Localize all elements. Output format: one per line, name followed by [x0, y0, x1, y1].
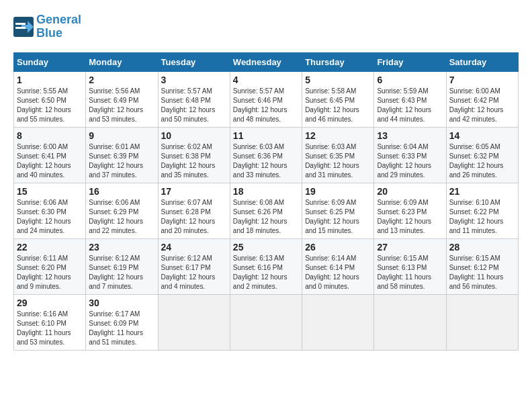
calendar-cell: 19Sunrise: 6:09 AM Sunset: 6:25 PM Dayli…	[302, 183, 374, 238]
day-number: 11	[233, 130, 299, 141]
weekday-header-monday: Monday	[86, 52, 158, 71]
day-info: Sunrise: 6:07 AM Sunset: 6:28 PM Dayligh…	[161, 198, 227, 236]
day-info: Sunrise: 6:06 AM Sunset: 6:29 PM Dayligh…	[89, 198, 154, 236]
weekday-header-friday: Friday	[374, 52, 446, 71]
svg-rect-3	[15, 27, 26, 29]
day-info: Sunrise: 5:57 AM Sunset: 6:48 PM Dayligh…	[161, 87, 227, 124]
weekday-header-wednesday: Wednesday	[230, 52, 302, 71]
day-number: 30	[89, 298, 154, 308]
day-number: 26	[305, 242, 371, 253]
day-info: Sunrise: 6:14 AM Sunset: 6:14 PM Dayligh…	[305, 254, 371, 291]
day-number: 20	[377, 186, 443, 197]
day-info: Sunrise: 6:10 AM Sunset: 6:22 PM Dayligh…	[449, 198, 515, 236]
day-info: Sunrise: 5:57 AM Sunset: 6:46 PM Dayligh…	[233, 87, 299, 124]
calendar-cell: 15Sunrise: 6:06 AM Sunset: 6:30 PM Dayli…	[14, 183, 86, 238]
day-info: Sunrise: 5:59 AM Sunset: 6:43 PM Dayligh…	[377, 87, 443, 124]
calendar-cell: 7Sunrise: 6:00 AM Sunset: 6:42 PM Daylig…	[446, 71, 518, 127]
day-info: Sunrise: 6:12 AM Sunset: 6:17 PM Dayligh…	[161, 254, 227, 291]
day-info: Sunrise: 6:03 AM Sunset: 6:36 PM Dayligh…	[233, 142, 299, 180]
calendar-cell: 16Sunrise: 6:06 AM Sunset: 6:29 PM Dayli…	[86, 183, 158, 238]
calendar-week-row-1: 1Sunrise: 5:55 AM Sunset: 6:50 PM Daylig…	[14, 71, 519, 127]
calendar-cell: 27Sunrise: 6:15 AM Sunset: 6:13 PM Dayli…	[374, 238, 446, 294]
calendar-week-row-3: 15Sunrise: 6:06 AM Sunset: 6:30 PM Dayli…	[14, 183, 519, 238]
calendar-cell: 17Sunrise: 6:07 AM Sunset: 6:28 PM Dayli…	[158, 183, 230, 238]
day-number: 27	[377, 242, 443, 253]
weekday-header-row: SundayMondayTuesdayWednesdayThursdayFrid…	[14, 52, 519, 71]
calendar-week-row-4: 22Sunrise: 6:11 AM Sunset: 6:20 PM Dayli…	[14, 238, 519, 294]
day-number: 6	[377, 75, 443, 85]
day-number: 4	[233, 75, 299, 85]
calendar-cell: 22Sunrise: 6:11 AM Sunset: 6:20 PM Dayli…	[14, 238, 86, 294]
day-info: Sunrise: 6:08 AM Sunset: 6:26 PM Dayligh…	[233, 198, 299, 236]
logo-text: General Blue	[36, 13, 81, 40]
calendar-cell: 18Sunrise: 6:08 AM Sunset: 6:26 PM Dayli…	[230, 183, 302, 238]
weekday-header-saturday: Saturday	[446, 52, 518, 71]
day-number: 13	[377, 130, 443, 141]
day-info: Sunrise: 6:12 AM Sunset: 6:19 PM Dayligh…	[89, 254, 154, 291]
day-number: 7	[449, 75, 515, 85]
calendar-cell: 14Sunrise: 6:05 AM Sunset: 6:32 PM Dayli…	[446, 127, 518, 183]
day-number: 21	[449, 186, 515, 197]
day-info: Sunrise: 6:15 AM Sunset: 6:13 PM Dayligh…	[377, 254, 443, 291]
day-info: Sunrise: 6:05 AM Sunset: 6:32 PM Dayligh…	[449, 142, 515, 180]
day-info: Sunrise: 6:16 AM Sunset: 6:10 PM Dayligh…	[17, 310, 83, 347]
calendar-cell	[302, 294, 374, 350]
day-number: 23	[89, 242, 154, 253]
day-number: 10	[161, 130, 227, 141]
day-info: Sunrise: 5:58 AM Sunset: 6:45 PM Dayligh…	[305, 87, 371, 124]
day-info: Sunrise: 6:15 AM Sunset: 6:12 PM Dayligh…	[449, 254, 515, 291]
weekday-header-tuesday: Tuesday	[158, 52, 230, 71]
day-number: 22	[17, 242, 83, 253]
calendar-cell: 25Sunrise: 6:13 AM Sunset: 6:16 PM Dayli…	[230, 238, 302, 294]
weekday-header-thursday: Thursday	[302, 52, 374, 71]
day-number: 9	[89, 130, 154, 141]
page-container: General Blue SundayMondayTuesdayWednesda…	[13, 13, 519, 351]
day-number: 18	[233, 186, 299, 197]
day-number: 15	[17, 186, 83, 197]
logo: General Blue	[13, 13, 81, 40]
day-number: 12	[305, 130, 371, 141]
day-info: Sunrise: 6:11 AM Sunset: 6:20 PM Dayligh…	[17, 254, 83, 291]
calendar-cell: 4Sunrise: 5:57 AM Sunset: 6:46 PM Daylig…	[230, 71, 302, 127]
calendar-cell: 23Sunrise: 6:12 AM Sunset: 6:19 PM Dayli…	[86, 238, 158, 294]
day-info: Sunrise: 6:06 AM Sunset: 6:30 PM Dayligh…	[17, 198, 83, 236]
day-info: Sunrise: 6:00 AM Sunset: 6:42 PM Dayligh…	[449, 87, 515, 124]
calendar-cell	[374, 294, 446, 350]
day-number: 29	[17, 298, 83, 308]
calendar-table: SundayMondayTuesdayWednesdayThursdayFrid…	[13, 52, 519, 351]
calendar-cell: 1Sunrise: 5:55 AM Sunset: 6:50 PM Daylig…	[14, 71, 86, 127]
calendar-cell: 3Sunrise: 5:57 AM Sunset: 6:48 PM Daylig…	[158, 71, 230, 127]
day-number: 17	[161, 186, 227, 197]
calendar-cell: 8Sunrise: 6:00 AM Sunset: 6:41 PM Daylig…	[14, 127, 86, 183]
day-info: Sunrise: 6:02 AM Sunset: 6:38 PM Dayligh…	[161, 142, 227, 180]
calendar-cell	[158, 294, 230, 350]
day-number: 28	[449, 242, 515, 253]
day-info: Sunrise: 5:56 AM Sunset: 6:49 PM Dayligh…	[89, 87, 154, 124]
day-info: Sunrise: 6:09 AM Sunset: 6:25 PM Dayligh…	[305, 198, 371, 236]
day-info: Sunrise: 5:55 AM Sunset: 6:50 PM Dayligh…	[17, 87, 83, 124]
day-number: 8	[17, 130, 83, 141]
calendar-week-row-5: 29Sunrise: 6:16 AM Sunset: 6:10 PM Dayli…	[14, 294, 519, 350]
calendar-cell: 24Sunrise: 6:12 AM Sunset: 6:17 PM Dayli…	[158, 238, 230, 294]
calendar-cell: 29Sunrise: 6:16 AM Sunset: 6:10 PM Dayli…	[14, 294, 86, 350]
day-info: Sunrise: 6:03 AM Sunset: 6:35 PM Dayligh…	[305, 142, 371, 180]
day-number: 16	[89, 186, 154, 197]
day-number: 1	[17, 75, 83, 85]
day-number: 25	[233, 242, 299, 253]
calendar-cell	[446, 294, 518, 350]
calendar-cell: 13Sunrise: 6:04 AM Sunset: 6:33 PM Dayli…	[374, 127, 446, 183]
day-number: 2	[89, 75, 154, 85]
calendar-cell: 21Sunrise: 6:10 AM Sunset: 6:22 PM Dayli…	[446, 183, 518, 238]
calendar-cell: 20Sunrise: 6:09 AM Sunset: 6:23 PM Dayli…	[374, 183, 446, 238]
day-info: Sunrise: 6:13 AM Sunset: 6:16 PM Dayligh…	[233, 254, 299, 291]
calendar-cell: 30Sunrise: 6:17 AM Sunset: 6:09 PM Dayli…	[86, 294, 158, 350]
calendar-week-row-2: 8Sunrise: 6:00 AM Sunset: 6:41 PM Daylig…	[14, 127, 519, 183]
day-number: 5	[305, 75, 371, 85]
day-info: Sunrise: 6:00 AM Sunset: 6:41 PM Dayligh…	[17, 142, 83, 180]
day-number: 14	[449, 130, 515, 141]
calendar-cell: 12Sunrise: 6:03 AM Sunset: 6:35 PM Dayli…	[302, 127, 374, 183]
day-number: 3	[161, 75, 227, 85]
calendar-cell: 28Sunrise: 6:15 AM Sunset: 6:12 PM Dayli…	[446, 238, 518, 294]
calendar-cell: 11Sunrise: 6:03 AM Sunset: 6:36 PM Dayli…	[230, 127, 302, 183]
day-number: 24	[161, 242, 227, 253]
